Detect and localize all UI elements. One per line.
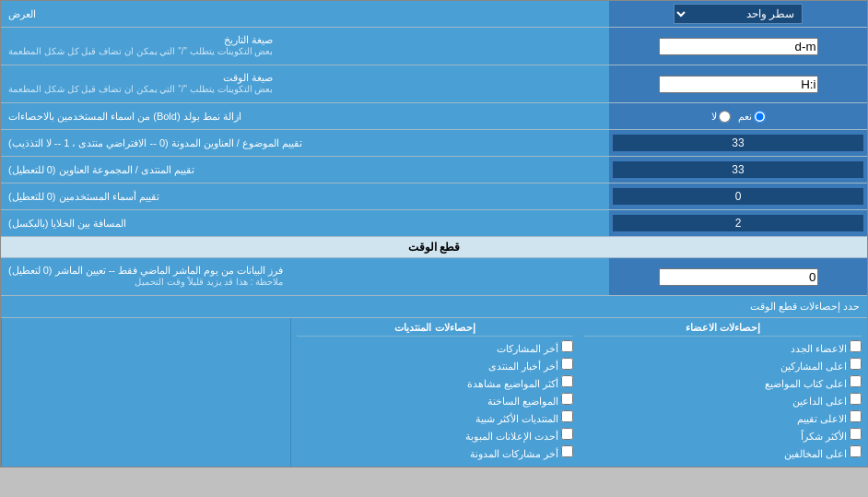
checkbox-most-violations[interactable]: [850, 445, 862, 457]
forum-title-row: تقييم المنتدى / المجموعة العناوين (0 للت…: [1, 157, 867, 183]
stats-limit-row: حدد إحصاءلات قطع الوقت: [1, 296, 867, 318]
cell-gap-label: المسافة بين الخلايا (بالبكسل): [1, 210, 609, 236]
forum-title-input[interactable]: [613, 161, 863, 178]
topic-title-input[interactable]: [613, 135, 863, 151]
cell-gap-input[interactable]: [613, 215, 863, 231]
checkbox-hot-topics[interactable]: [561, 393, 573, 405]
time-format-label: صيغة الوقت بعض التكوينات يتطلب "/" التي …: [1, 65, 609, 102]
checkbox-latest-classifieds[interactable]: [561, 428, 573, 440]
bold-remove-radio-group: نعم لا: [609, 103, 867, 129]
checkbox-item: اعلى المشاركين: [584, 358, 862, 373]
checkbox-new-members[interactable]: [850, 340, 862, 352]
checkbox-most-thanked[interactable]: [850, 428, 862, 440]
stats-checkboxes-area: إحصاءلات المنتديات أخر المشاركات أخر أخب…: [1, 318, 867, 467]
checkbox-last-posts[interactable]: [561, 340, 573, 352]
checkbox-label[interactable]: المواضيع الساخنة: [487, 393, 573, 408]
users-name-label: تقييم أسماء المستخدمين (0 للتعطيل): [1, 183, 609, 209]
users-name-row: تقييم أسماء المستخدمين (0 للتعطيل): [1, 183, 867, 210]
time-cut-section-header: قطع الوقت: [1, 237, 867, 258]
checkbox-item: اعلى المخالفين: [584, 445, 862, 460]
stats-col-forums: إحصاءلات المنتديات أخر المشاركات أخر أخب…: [290, 318, 580, 467]
checkbox-item: اعلى كتاب المواضيع: [584, 375, 862, 390]
stats-limit-label: حدد إحصاءلات قطع الوقت: [1, 297, 867, 316]
radio-no-label[interactable]: لا: [711, 111, 731, 123]
checkbox-most-viewed[interactable]: [561, 375, 573, 387]
time-cut-input-container: [609, 258, 867, 295]
bold-remove-row: ازالة نمط بولد (Bold) من اسماء المستخدمي…: [1, 103, 867, 130]
time-format-input[interactable]: [659, 76, 818, 93]
display-select[interactable]: سطر واحد سطرين ثلاثة أسطر: [674, 4, 803, 24]
checkbox-label[interactable]: الاعضاء الجدد: [791, 340, 862, 355]
date-format-input[interactable]: [659, 38, 818, 55]
date-format-label: صيغة التاريخ بعض التكوينات يتطلب "/" الت…: [1, 28, 609, 65]
users-name-input[interactable]: [613, 188, 863, 205]
checkbox-item: أخر المشاركات: [297, 340, 574, 355]
checkbox-label[interactable]: الأكثر شكراً: [801, 428, 862, 443]
checkbox-most-similar-forums[interactable]: [561, 410, 573, 422]
topic-title-input-container: [609, 130, 867, 156]
checkbox-item: الأكثر شكراً: [584, 428, 862, 443]
checkbox-item: أخر أخبار المنتدى: [297, 358, 574, 373]
checkbox-item: المواضيع الساخنة: [297, 393, 574, 408]
checkbox-label[interactable]: أحدث الإعلانات المبوبة: [465, 428, 573, 443]
topic-title-row: تقييم الموضوع / العناوين المدونة (0 -- ا…: [1, 130, 867, 157]
time-cut-label: فرز البيانات من يوم الماشر الماضي فقط --…: [1, 258, 609, 295]
checkbox-label[interactable]: أخر مشاركات المدونة: [470, 445, 573, 460]
checkbox-item: أخر مشاركات المدونة: [297, 445, 574, 460]
time-format-input-container: [609, 65, 867, 102]
checkbox-blog-posts[interactable]: [561, 445, 573, 457]
checkbox-label[interactable]: اعلى الداعين: [792, 393, 862, 408]
checkbox-top-posters[interactable]: [850, 358, 862, 370]
checkbox-label[interactable]: اعلى كتاب المواضيع: [765, 375, 862, 390]
forum-title-input-container: [609, 157, 867, 183]
stats-members-title: إحصاءلات الاعضاء: [584, 322, 862, 337]
radio-yes[interactable]: [754, 111, 766, 123]
date-format-row: صيغة التاريخ بعض التكوينات يتطلب "/" الت…: [1, 28, 867, 65]
checkbox-label[interactable]: أخر أخبار المنتدى: [488, 358, 573, 373]
checkbox-label[interactable]: الاعلى تقييم: [797, 410, 862, 425]
stats-col-members: إحصاءلات الاعضاء الاعضاء الجدد اعلى المش…: [579, 318, 867, 467]
checkbox-item: الاعلى تقييم: [584, 410, 862, 425]
bold-remove-label: ازالة نمط بولد (Bold) من اسماء المستخدمي…: [1, 103, 609, 129]
header-label: العرض: [1, 1, 609, 27]
checkbox-forum-news[interactable]: [561, 358, 573, 370]
cell-gap-row: المسافة بين الخلايا (بالبكسل): [1, 210, 867, 237]
checkbox-label[interactable]: اعلى المخالفين: [784, 445, 862, 460]
checkbox-item: المنتديات الأكثر شبية: [297, 410, 574, 425]
dropdown-container: سطر واحد سطرين ثلاثة أسطر: [609, 1, 867, 27]
checkbox-label[interactable]: أخر المشاركات: [497, 340, 573, 355]
checkbox-label[interactable]: اعلى المشاركين: [780, 358, 862, 373]
checkbox-item: أحدث الإعلانات المبوبة: [297, 428, 574, 443]
checkbox-item: اعلى الداعين: [584, 393, 862, 408]
radio-yes-label[interactable]: نعم: [738, 111, 766, 123]
time-format-row: صيغة الوقت بعض التكوينات يتطلب "/" التي …: [1, 65, 867, 103]
stats-col-empty: [1, 318, 290, 467]
top-row: العرض سطر واحد سطرين ثلاثة أسطر: [1, 1, 867, 28]
checkbox-item: أكثر المواضيع مشاهدة: [297, 375, 574, 390]
checkbox-label[interactable]: المنتديات الأكثر شبية: [475, 410, 573, 425]
stats-forums-title: إحصاءلات المنتديات: [297, 322, 574, 337]
cell-gap-input-container: [609, 210, 867, 236]
checkbox-label[interactable]: أكثر المواضيع مشاهدة: [467, 375, 573, 390]
checkbox-highest-rated[interactable]: [850, 410, 862, 422]
time-cut-row: فرز البيانات من يوم الماشر الماضي فقط --…: [1, 258, 867, 296]
forum-title-label: تقييم المنتدى / المجموعة العناوين (0 للت…: [1, 157, 609, 183]
checkbox-item: الاعضاء الجدد: [584, 340, 862, 355]
topic-title-label: تقييم الموضوع / العناوين المدونة (0 -- ا…: [1, 130, 609, 156]
radio-no[interactable]: [719, 111, 731, 123]
users-name-input-container: [609, 183, 867, 209]
time-cut-input[interactable]: [659, 268, 818, 286]
checkbox-top-inviters[interactable]: [850, 393, 862, 405]
checkbox-top-topic-writers[interactable]: [850, 375, 862, 387]
date-format-input-container: [609, 28, 867, 65]
